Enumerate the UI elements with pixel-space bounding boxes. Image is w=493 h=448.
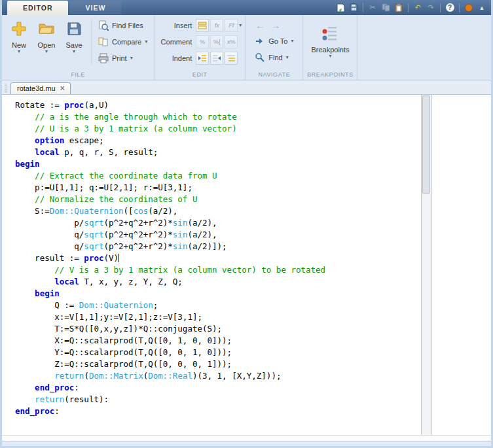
code-line: // V is a 3 by 1 matrix (a column vector… [15,264,421,276]
tab-view[interactable]: VIEW [69,1,121,14]
find-button[interactable]: Find ▾ [251,49,297,65]
compare-label: Compare [112,38,141,46]
toolbar-separator [363,3,363,12]
indent-label: Indent [158,54,192,62]
chevron-down-icon: ▾ [45,49,48,54]
insert-function-button[interactable]: fx [210,19,223,32]
matlab-editor-window: EDITOR VIEW ✂ ↶ ↷ ? ▲ [0,0,493,448]
horizontal-scrollbar-area[interactable] [2,435,491,441]
tab-editor[interactable]: EDITOR [7,1,68,15]
text-caret [119,254,119,262]
chevron-down-icon: ▾ [286,55,289,60]
ribbon-filler [357,15,491,80]
ribbon-tabstrip: EDITOR VIEW ✂ ↶ ↷ ? ▲ [2,0,491,15]
find-files-label: Find Files [112,22,143,29]
code-line: result := proc(V) [15,252,421,264]
code-line: T:=S*Q([0,x,y,z])*Q::conjugate(S); [15,323,421,335]
ribbon: New ▾ Open ▾ Save ▾ [2,15,491,80]
editor-pane: Rotate := proc(a,U) // a is the angle th… [2,95,491,441]
print-icon [98,53,109,63]
code-line: return(Dom::Matrix(Dom::Real)(3, 1, [X,Y… [15,370,421,382]
find-label: Find [268,54,282,61]
drag-grip-icon[interactable] [5,84,7,93]
ribbon-group-navigate: ← → Go To ▾ Find [246,15,303,80]
file-group-label: FILE [2,69,154,80]
uncomment-button[interactable]: x% [225,35,238,48]
save-disk-icon [65,20,82,40]
document-tab[interactable]: rotate3d.mu × [10,82,71,94]
toolbar-separator [408,3,409,12]
toolbar-separator [440,3,441,12]
navigate-forward-icon[interactable]: → [271,20,280,31]
insert-section-button[interactable] [196,19,209,32]
open-button[interactable]: Open ▾ [33,16,60,67]
paste-icon[interactable] [393,3,404,13]
chevron-down-icon: ▾ [329,54,331,59]
print-button[interactable]: Print ▾ [95,50,151,67]
quick-access-toolbar: ✂ ↶ ↷ ? ▲ [335,0,491,15]
scrollbar-thumb[interactable] [422,95,430,194]
code-line: Z:=Q::scalarprod(T,Q([0, 0, 0, 1])); [15,358,421,370]
code-line: end_proc: [15,382,421,394]
collapse-ribbon-icon[interactable]: ▲ [477,3,487,13]
code-line: Q := Dom::Quaternion; [15,300,421,311]
ribbon-group-breakpoints: Breakpoints ▾ BREAKPOINTS [303,15,357,80]
goto-button[interactable]: Go To ▾ [251,33,297,49]
vertical-scrollbar[interactable] [422,95,432,435]
code-editor[interactable]: Rotate := proc(a,U) // a is the angle th… [2,95,422,435]
comment-label: Comment [158,38,192,46]
print-label: Print [112,54,127,62]
save-icon[interactable] [348,3,359,13]
new-button[interactable]: New ▾ [5,16,33,67]
compare-icon [98,37,109,47]
ribbon-group-edit: Insert fx Ff ▾ Comment % %{ x% [155,15,246,80]
indent-right-button[interactable] [210,52,223,65]
cut-icon[interactable]: ✂ [367,3,378,13]
navigate-group-label: NAVIGATE [246,69,302,80]
code-line: p:=U[1,1]; q:=U[2,1]; r:=U[3,1]; [15,182,421,194]
code-line: return(result): [15,394,421,405]
code-line: q/sqrt(p^2+q^2+r^2)*sin(a/2), [15,229,421,241]
code-line: S:=Dom::Quaternion([cos(a/2), [15,205,421,217]
code-line: local T, x, y, z, Y, Z, Q; [15,276,421,288]
code-line: p/sqrt(p^2+q^2+r^2)*sin(a/2), [15,217,421,229]
code-line: X:=Q::scalarprod(T,Q([0, 1, 0, 0])); [15,335,421,347]
code-line: local p, q, r, S, result; [15,146,421,158]
chevron-down-icon: ▾ [130,56,133,61]
goto-icon [255,36,265,46]
edit-group-label: EDIT [155,69,245,80]
copy-icon[interactable] [380,3,391,13]
block-comment-button[interactable]: %{ [210,35,223,48]
save-button[interactable]: Save ▾ [60,16,88,67]
close-tab-icon[interactable]: × [60,85,65,92]
document-tabbar: rotate3d.mu × [2,80,491,95]
code-line: // Normalize the coordinates of U [15,194,421,205]
code-line: Rotate := proc(a,U) [15,99,421,111]
navigate-back-icon[interactable]: ← [255,20,265,31]
code-line: end_proc: [15,405,421,417]
code-line: // a is the angle through which to rotat… [15,111,421,123]
document-tab-title: rotate3d.mu [17,84,56,92]
redo-icon[interactable]: ↷ [426,3,436,13]
chevron-down-icon: ▾ [145,39,147,44]
indent-left-button[interactable] [225,52,238,65]
breakpoints-icon [321,25,338,44]
community-icon[interactable] [464,3,474,13]
insert-text-button[interactable]: Ff [225,19,238,32]
code-line: option escape; [15,135,421,146]
group-divider [91,19,92,65]
find-files-button[interactable]: Find Files [95,18,151,34]
insert-label: Insert [158,22,192,29]
open-folder-icon [38,20,55,40]
chevron-down-icon: ▾ [73,49,75,54]
smart-indent-button[interactable] [196,52,209,65]
new-script-icon[interactable] [335,3,346,13]
code-line: begin [15,158,421,170]
find-icon [255,52,265,63]
undo-icon[interactable]: ↶ [412,3,423,13]
help-icon[interactable]: ? [445,3,455,13]
new-plus-icon [10,20,27,40]
comment-button[interactable]: % [196,35,209,48]
compare-button[interactable]: Compare ▾ [95,34,151,50]
breakpoints-button[interactable]: Breakpoints ▾ [306,16,354,67]
